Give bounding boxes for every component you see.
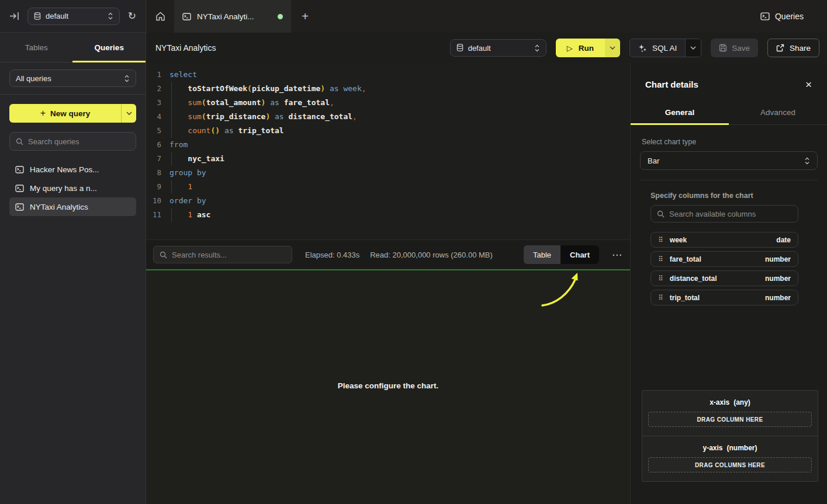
- chevron-updown-icon: [804, 157, 810, 165]
- line-number: 3: [146, 96, 161, 110]
- query-filter-select[interactable]: All queries: [9, 69, 136, 87]
- columns-list: ⠿ week date ⠿ fare_total number ⠿ distan…: [650, 232, 798, 305]
- search-icon: [657, 210, 665, 218]
- more-options-icon[interactable]: ⋯: [612, 250, 622, 260]
- divider: [640, 180, 818, 180]
- axis-drop-zone[interactable]: DRAG COLUMNS HERE: [648, 457, 812, 472]
- run-database-selector[interactable]: default: [450, 39, 546, 57]
- page-title: NYTaxi Analytics: [155, 43, 216, 53]
- results-search-input[interactable]: [172, 251, 286, 259]
- plus-icon: +: [40, 108, 46, 119]
- active-tab-underline: [631, 123, 729, 125]
- editor-line: 6from: [146, 138, 630, 152]
- axis-name: x-axis: [710, 398, 729, 406]
- save-button[interactable]: Save: [711, 39, 758, 57]
- new-query-dropdown[interactable]: [121, 104, 136, 123]
- database-selector[interactable]: default: [27, 8, 120, 25]
- save-label: Save: [732, 44, 750, 53]
- close-icon[interactable]: ×: [805, 79, 812, 90]
- sidebar-tabs: Tables Queries: [0, 33, 146, 62]
- sql-ai-dropdown[interactable]: [685, 39, 701, 57]
- chevron-updown-icon: [108, 12, 113, 20]
- tab-queries[interactable]: Queries: [73, 33, 146, 62]
- toggle-table[interactable]: Table: [524, 245, 560, 264]
- collapse-sidebar-icon[interactable]: [9, 12, 19, 20]
- annotation-arrow: [537, 272, 589, 312]
- sql-editor[interactable]: 1select2 toStartOfWeek(pickup_datetime) …: [146, 63, 630, 239]
- drag-handle-icon[interactable]: ⠿: [658, 274, 663, 283]
- column-name: distance_total: [670, 274, 717, 283]
- column-pill[interactable]: ⠿ fare_total number: [650, 251, 798, 267]
- tab-advanced[interactable]: Advanced: [729, 100, 827, 124]
- query-list: Hacker News Pos... My query has a n... N…: [0, 160, 146, 216]
- terminal-icon: [15, 166, 24, 173]
- sparkles-icon: [638, 44, 647, 53]
- sidebar-query-item[interactable]: My query has a n...: [9, 179, 136, 197]
- terminal-icon: [15, 203, 24, 211]
- toggle-chart[interactable]: Chart: [560, 245, 599, 264]
- editor-line: 1select: [146, 68, 630, 82]
- column-type: number: [765, 255, 791, 263]
- editor-line: 9 1: [146, 180, 630, 194]
- chart-details-panel: Chart details × General Advanced Select …: [630, 63, 827, 504]
- line-number: 1: [146, 68, 161, 82]
- run-dropdown[interactable]: [605, 39, 620, 57]
- line-number: 6: [146, 138, 161, 152]
- column-pill[interactable]: ⠿ distance_total number: [650, 270, 798, 286]
- axis-drop-zone[interactable]: DRAG COLUMN HERE: [648, 412, 812, 427]
- chart-placeholder-message: Please configure the chart.: [146, 381, 630, 390]
- run-database-value: default: [468, 44, 491, 53]
- column-name: trip_total: [670, 294, 700, 302]
- main-header: NYTaxi Analytics default ▷ Run: [146, 33, 827, 63]
- drag-handle-icon[interactable]: ⠿: [658, 255, 663, 263]
- new-query-button[interactable]: + New query: [9, 104, 136, 123]
- query-search-input[interactable]: [28, 137, 130, 146]
- drag-handle-icon[interactable]: ⠿: [658, 294, 663, 302]
- view-toggle: Table Chart: [524, 245, 599, 264]
- save-icon: [719, 44, 727, 52]
- new-tab-button[interactable]: +: [291, 0, 319, 33]
- tab-tables[interactable]: Tables: [0, 33, 73, 62]
- query-item-label: NYTaxi Analytics: [30, 203, 88, 211]
- queries-menu-button[interactable]: Queries: [760, 0, 827, 33]
- terminal-icon: [15, 185, 24, 192]
- results-toolbar: Elapsed: 0.433s Read: 20,000,000 rows (2…: [146, 239, 630, 269]
- database-icon: [34, 12, 41, 20]
- tab-general[interactable]: General: [631, 100, 729, 124]
- line-number: 10: [146, 194, 161, 208]
- column-pill[interactable]: ⠿ trip_total number: [650, 290, 798, 305]
- sidebar-query-item[interactable]: NYTaxi Analytics: [9, 197, 136, 216]
- read-stat: Read: 20,000,000 rows (260.00 MB): [370, 251, 493, 259]
- sql-ai-button[interactable]: SQL AI: [629, 39, 701, 57]
- query-tab[interactable]: NYTaxi Analyti...: [174, 0, 291, 33]
- column-type: date: [776, 236, 791, 244]
- sidebar: Tables Queries All queries + New query: [0, 33, 146, 504]
- sidebar-query-item[interactable]: Hacker News Pos...: [9, 160, 136, 179]
- editor-line: 11 1 asc: [146, 208, 630, 222]
- columns-search: [650, 205, 798, 223]
- columns-search-input[interactable]: [669, 210, 792, 218]
- plus-icon: +: [302, 10, 309, 23]
- axis-constraint: (number): [727, 444, 757, 452]
- line-number: 11: [146, 208, 161, 222]
- chevron-updown-icon: [124, 75, 130, 82]
- home-tab[interactable]: [146, 0, 174, 33]
- editor-line: 5 count() as trip_total: [146, 124, 630, 138]
- active-tab-underline: [72, 61, 146, 62]
- refresh-icon[interactable]: ↻: [128, 10, 136, 22]
- editor-line: 4 sum(trip_distance) as distance_total,: [146, 110, 630, 124]
- column-pill[interactable]: ⠿ week date: [650, 232, 798, 248]
- query-item-label: Hacker News Pos...: [30, 165, 99, 174]
- line-number: 4: [146, 110, 161, 124]
- run-button[interactable]: ▷ Run: [556, 39, 620, 57]
- columns-label: Specify columns for the chart: [650, 192, 827, 200]
- share-icon: [776, 44, 784, 52]
- share-button[interactable]: Share: [767, 39, 819, 57]
- search-icon: [16, 138, 23, 145]
- drag-handle-icon[interactable]: ⠿: [658, 236, 663, 244]
- panel-title: Chart details: [645, 79, 698, 89]
- query-search: [9, 132, 136, 151]
- home-icon: [155, 12, 165, 21]
- chart-type-select[interactable]: Bar: [640, 151, 818, 170]
- query-filter-value: All queries: [16, 74, 51, 83]
